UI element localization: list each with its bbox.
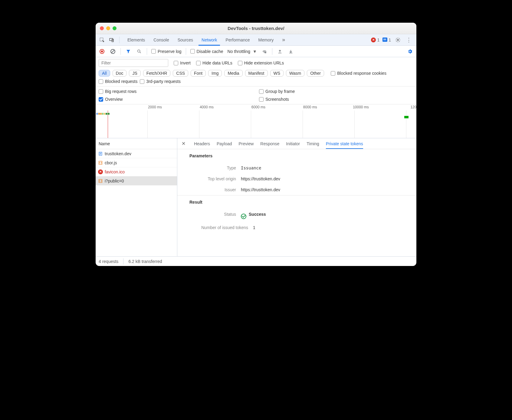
window-controls [100,26,117,30]
chip-media[interactable]: Media [224,70,242,77]
chip-other[interactable]: Other [307,70,324,77]
network-conditions-icon[interactable] [261,48,268,55]
request-row[interactable]: cbor.js [96,158,177,167]
chip-js[interactable]: JS [129,70,140,77]
request-name: i?public=0 [105,179,124,183]
hide-extension-urls-checkbox[interactable]: Hide extension URLs [238,61,284,65]
throttling-select[interactable]: No throttling ▼ [228,49,257,54]
timeline[interactable]: 2000 ms4000 ms6000 ms8000 ms10000 ms1200… [96,104,416,138]
device-toolbar-icon[interactable] [108,36,116,44]
svg-rect-5 [383,40,386,40]
detail-panel: ✕ HeadersPayloadPreviewResponseInitiator… [177,138,416,256]
filter-row: Invert Hide data URLs Hide extension URL… [96,57,416,69]
status-label: Status [189,212,241,219]
detail-tab-headers[interactable]: Headers [194,138,210,149]
tab-console[interactable]: Console [149,34,173,45]
record-button[interactable] [99,48,105,55]
more-menu-icon[interactable]: ⋮ [405,36,413,44]
script-icon [98,160,103,165]
devtools-window: DevTools - trusttoken.dev/ ElementsConso… [96,23,416,266]
zoom-window-button[interactable] [113,26,117,30]
download-icon[interactable] [287,48,294,55]
chevron-down-icon: ▼ [253,49,257,54]
timeline-tick: 8000 ms [288,105,317,109]
chip-ws[interactable]: WS [270,70,284,77]
transferred-size: 6.2 kB transferred [128,259,162,264]
close-detail-icon[interactable]: ✕ [180,141,187,146]
timeline-tick: 6000 ms [236,105,265,109]
detail-tabs: ✕ HeadersPayloadPreviewResponseInitiator… [177,138,416,149]
request-list-header[interactable]: Name [96,138,177,149]
hide-data-urls-checkbox[interactable]: Hide data URLs [196,61,232,65]
group-by-frame-checkbox[interactable]: Group by frame [259,89,413,94]
disable-cache-checkbox[interactable]: Disable cache [190,49,223,54]
upload-icon[interactable] [277,48,283,55]
separator [119,37,120,43]
clear-icon[interactable] [110,48,116,55]
detail-tab-response[interactable]: Response [260,138,279,149]
chip-wasm[interactable]: Wasm [286,70,304,77]
minimize-window-button[interactable] [106,26,110,30]
request-row[interactable]: trusttoken.dev [96,149,177,158]
timeline-tick: 12000 [392,105,416,109]
resource-type-chips: AllDocJSFetch/XHRCSSFontImgMediaManifest… [96,69,416,79]
result-section-title: Result [177,195,416,209]
chip-css[interactable]: CSS [173,70,188,77]
timeline-end-marker [404,116,409,118]
chip-img[interactable]: Img [208,70,222,77]
tab-performance[interactable]: Performance [221,34,254,45]
detail-tab-initiator[interactable]: Initiator [286,138,300,149]
type-label: Type [189,166,241,170]
svg-point-6 [397,39,399,41]
chip-fetch-xhr[interactable]: Fetch/XHR [143,70,170,77]
tokens-value: 1 [253,225,255,230]
status-value: Success [241,212,266,219]
error-count[interactable]: ✕ 1 [371,38,379,42]
tokens-label: Number of issued tokens [189,225,253,230]
request-row[interactable]: ✕favicon.ico [96,167,177,176]
svg-rect-4 [383,39,386,39]
chip-doc[interactable]: Doc [113,70,127,77]
detail-tab-payload[interactable]: Payload [217,138,232,149]
preserve-log-checkbox[interactable]: Preserve log [151,49,182,54]
tab-network[interactable]: Network [197,34,221,45]
detail-tab-timing[interactable]: Timing [307,138,319,149]
origin-value: https://trusttoken.dev [241,176,280,181]
detail-tab-preview[interactable]: Preview [239,138,254,149]
inspect-element-icon[interactable] [98,36,106,44]
error-icon: ✕ [371,38,376,42]
main-tabbar: ElementsConsoleSourcesNetworkPerformance… [96,34,416,46]
request-row[interactable]: i?public=0 [96,176,177,185]
filter-input[interactable] [99,59,168,67]
invert-checkbox[interactable]: Invert [174,61,191,65]
chip-all[interactable]: All [99,70,110,77]
status-icons: ✕ 1 1 ⋮ [371,36,414,44]
tab-sources[interactable]: Sources [173,34,197,45]
blocked-cookies-checkbox[interactable]: Blocked response cookies [331,71,386,76]
search-icon[interactable] [136,48,143,55]
third-party-checkbox[interactable]: 3rd-party requests [140,79,181,84]
main-tabs: ElementsConsoleSourcesNetworkPerformance… [123,34,278,45]
chip-font[interactable]: Font [191,70,206,77]
big-request-rows-checkbox[interactable]: Big request rows [99,89,253,94]
filter-icon[interactable] [125,48,132,55]
status-bar: 4 requests 6.2 kB transferred [96,256,416,266]
timeline-tick: 10000 ms [340,105,369,109]
more-tabs-icon[interactable]: » [280,36,287,44]
window-title: DevTools - trusttoken.dev/ [96,26,416,31]
tab-memory[interactable]: Memory [254,34,278,45]
request-name: favicon.ico [105,169,125,174]
settings-icon[interactable] [394,36,402,44]
detail-tab-private-state-tokens[interactable]: Private state tokens [326,138,363,149]
tab-elements[interactable]: Elements [123,34,149,45]
overview-checkbox[interactable]: Overview [99,97,253,102]
request-name: cbor.js [105,160,117,165]
blocked-requests-checkbox[interactable]: Blocked requests [99,79,137,84]
request-list: Name trusttoken.devcbor.js✕favicon.icoi?… [96,138,177,256]
chip-manifest[interactable]: Manifest [245,70,268,77]
network-settings-icon[interactable] [407,48,413,55]
info-count[interactable]: 1 [382,38,391,42]
close-window-button[interactable] [100,26,104,30]
titlebar: DevTools - trusttoken.dev/ [96,23,416,34]
screenshots-checkbox[interactable]: Screenshots [259,97,413,102]
